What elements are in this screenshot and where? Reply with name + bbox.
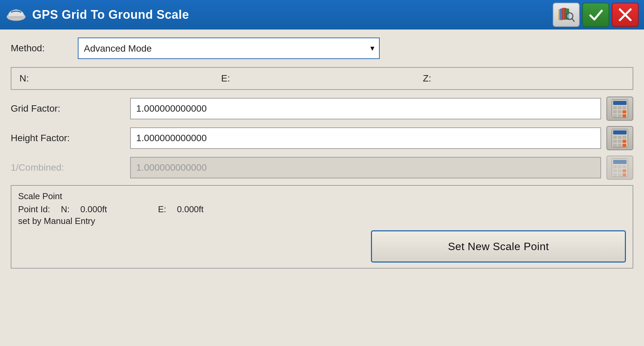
- app-icon: [5, 4, 27, 25]
- svg-rect-42: [618, 173, 622, 176]
- svg-rect-38: [613, 169, 617, 172]
- ok-button[interactable]: [582, 3, 609, 27]
- svg-rect-32: [623, 144, 626, 147]
- svg-rect-14: [618, 106, 622, 109]
- method-select[interactable]: Advanced Mode Simple Mode Manual Entry: [78, 38, 380, 59]
- combined-factor-input: [130, 157, 601, 178]
- svg-rect-43: [623, 173, 626, 176]
- method-row: Method: Advanced Mode Simple Mode Manual…: [11, 38, 633, 59]
- grid-factor-calc-button[interactable]: [606, 97, 633, 121]
- help-button[interactable]: [553, 3, 580, 27]
- grid-factor-label: Grid Factor:: [11, 103, 125, 114]
- svg-rect-28: [618, 140, 622, 143]
- svg-rect-15: [623, 106, 626, 109]
- svg-rect-39: [618, 169, 622, 172]
- svg-rect-30: [613, 144, 617, 147]
- svg-rect-24: [613, 136, 617, 139]
- svg-rect-17: [618, 110, 622, 113]
- svg-rect-23: [613, 130, 627, 134]
- scale-point-n-label: N:: [61, 204, 69, 215]
- scale-point-title: Scale Point: [18, 191, 626, 201]
- calculator-icon: [611, 128, 629, 148]
- height-factor-input[interactable]: [130, 127, 601, 149]
- svg-rect-27: [613, 140, 617, 143]
- n-coordinate-label: N:: [19, 73, 221, 84]
- svg-rect-1: [9, 16, 23, 18]
- svg-rect-21: [623, 114, 626, 117]
- e-coordinate-label: E:: [221, 73, 423, 84]
- scale-point-method-label: set by Manual Entry: [18, 216, 626, 226]
- nez-panel: N: E: Z:: [11, 67, 633, 90]
- svg-rect-18: [623, 110, 626, 113]
- title-buttons: [553, 3, 639, 27]
- method-label: Method:: [11, 43, 71, 54]
- scale-point-e-label: E:: [158, 204, 166, 215]
- cancel-button[interactable]: [612, 3, 639, 27]
- height-factor-calc-button[interactable]: [606, 126, 633, 150]
- scale-point-n-value: 0.000ft: [80, 204, 107, 215]
- calculator-icon: [611, 158, 629, 177]
- svg-rect-19: [613, 114, 617, 117]
- svg-rect-29: [623, 140, 626, 143]
- method-select-wrapper: Advanced Mode Simple Mode Manual Entry ▼: [78, 38, 380, 59]
- svg-rect-35: [613, 165, 617, 168]
- scale-point-section: Scale Point Point Id: N: 0.000ft E: 0.00…: [11, 185, 633, 269]
- grid-factor-input[interactable]: [130, 98, 601, 119]
- svg-rect-13: [613, 106, 617, 109]
- z-coordinate-label: Z:: [423, 73, 625, 84]
- main-content: Method: Advanced Mode Simple Mode Manual…: [0, 30, 644, 346]
- svg-rect-40: [623, 169, 626, 172]
- svg-rect-16: [613, 110, 617, 113]
- height-factor-label: Height Factor:: [11, 133, 125, 143]
- svg-rect-37: [623, 165, 626, 168]
- scale-point-bottom: Set New Scale Point: [18, 230, 626, 263]
- svg-rect-20: [618, 114, 622, 117]
- calculator-icon: [611, 99, 629, 118]
- title-bar: GPS Grid To Ground Scale: [0, 0, 644, 30]
- point-id-label: Point Id:: [18, 204, 50, 215]
- svg-rect-31: [618, 144, 622, 147]
- scale-point-info-row: Point Id: N: 0.000ft E: 0.000ft: [18, 204, 626, 215]
- grid-factor-row: Grid Factor:: [11, 97, 633, 121]
- svg-line-8: [572, 18, 574, 21]
- combined-factor-label: 1/Combined:: [11, 162, 125, 173]
- set-new-scale-point-button[interactable]: Set New Scale Point: [371, 230, 626, 263]
- combined-factor-calc-button[interactable]: [606, 156, 633, 180]
- height-factor-row: Height Factor:: [11, 126, 633, 150]
- svg-rect-12: [613, 101, 627, 105]
- svg-rect-36: [618, 165, 622, 168]
- svg-rect-34: [613, 160, 627, 164]
- svg-point-7: [567, 14, 572, 18]
- svg-rect-26: [623, 136, 626, 139]
- svg-rect-25: [618, 136, 622, 139]
- window-title: GPS Grid To Ground Scale: [32, 8, 547, 22]
- scale-point-e-value: 0.000ft: [177, 204, 204, 215]
- combined-factor-row: 1/Combined:: [11, 156, 633, 180]
- svg-rect-41: [613, 173, 617, 176]
